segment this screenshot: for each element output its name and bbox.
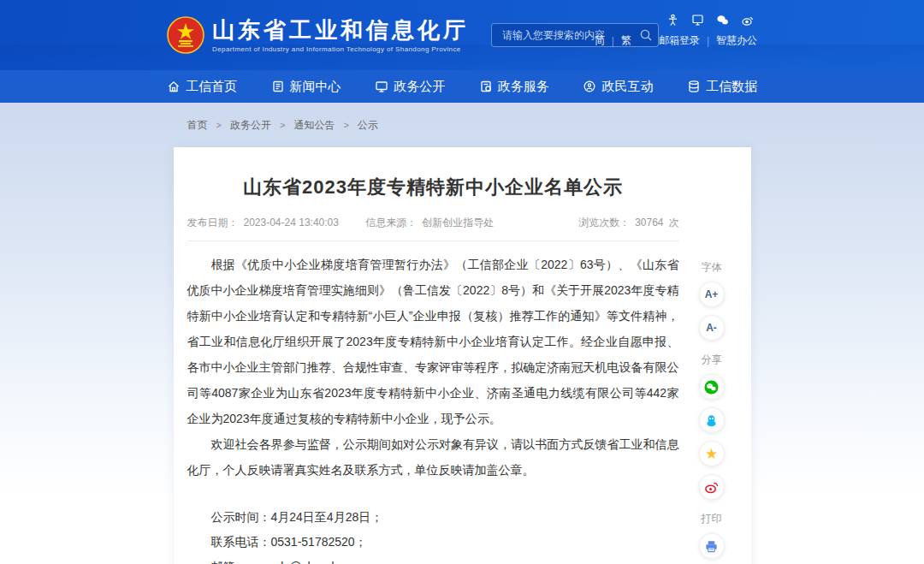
nav-item-data[interactable]: 工信数据 xyxy=(687,79,757,95)
font-increase-button[interactable]: A+ xyxy=(699,282,725,307)
national-emblem-logo xyxy=(167,16,204,54)
weibo-icon[interactable] xyxy=(741,14,754,27)
paragraph: 根据《优质中小企业梯度培育管理暂行办法》（工信部企业〔2022〕63号）、《山东… xyxy=(187,252,679,431)
font-size-label: 字体 xyxy=(695,260,729,275)
database-icon xyxy=(687,80,701,93)
breadcrumb-gov-open[interactable]: 政务公开 xyxy=(230,118,271,133)
site-subtitle: Department of Industry and Information T… xyxy=(212,45,469,53)
side-toolbar: 字体 A+ A- 分享 xyxy=(695,260,729,564)
font-decrease-button[interactable]: A- xyxy=(699,315,725,341)
breadcrumb-home[interactable]: 首页 xyxy=(187,118,208,133)
share-wechat-button[interactable] xyxy=(699,374,725,400)
publicity-period: 公示时间：4月24日至4月28日； xyxy=(187,505,679,530)
nav-item-home[interactable]: 工信首页 xyxy=(167,79,237,95)
qq-share-icon xyxy=(704,413,719,428)
contact-block: 公示时间：4月24日至4月28日； 联系电话：0531-51782520； 邮箱… xyxy=(187,505,679,564)
qzone-star-icon: ★ xyxy=(705,447,718,461)
wechat-icon[interactable] xyxy=(716,14,729,27)
print-label: 打印 xyxy=(695,512,729,526)
page: 山东省工业和信息化厅 Department of Industry and In… xyxy=(0,0,924,564)
article-body: 根据《优质中小企业梯度培育管理暂行办法》（工信部企业〔2022〕63号）、《山东… xyxy=(187,252,679,483)
site-title: 山东省工业和信息化厅 xyxy=(212,17,469,43)
accessibility-icon[interactable] xyxy=(666,14,679,27)
mail-login-link[interactable]: 邮箱登录 xyxy=(659,33,700,48)
news-icon xyxy=(271,80,285,93)
contact-email: 邮箱：cxcyzdc@shandong.cn。 xyxy=(187,555,679,564)
wechat-share-icon xyxy=(704,380,719,395)
site-brand[interactable]: 山东省工业和信息化厅 Department of Industry and In… xyxy=(167,16,469,54)
nav-item-gov-service[interactable]: 政务服务 xyxy=(479,79,549,95)
paragraph: 欢迎社会各界参与监督，公示期间如对公示对象有异议，请以书面方式反馈省工业和信息化… xyxy=(187,431,679,483)
share-weibo-button[interactable] xyxy=(699,474,725,500)
lang-simplified-link[interactable]: 简 xyxy=(595,33,605,48)
interaction-icon xyxy=(583,80,596,93)
header-quick-links: 简 | 繁 邮箱登录 | 智慧办公 xyxy=(595,33,757,48)
nav-label: 工信数据 xyxy=(706,79,757,95)
nav-item-gov-open[interactable]: 政务公开 xyxy=(375,79,445,95)
weibo-share-icon xyxy=(704,480,719,495)
mobile-icon[interactable] xyxy=(691,14,704,27)
site-header: 山东省工业和信息化厅 Department of Industry and In… xyxy=(0,0,924,70)
article-title: 山东省2023年度专精特新中小企业名单公示 xyxy=(187,175,679,200)
printer-icon xyxy=(704,539,719,554)
link-separator: | xyxy=(707,35,709,47)
lang-traditional-link[interactable]: 繁 xyxy=(621,33,631,48)
nav-label: 工信首页 xyxy=(186,79,237,95)
nav-label: 政民互动 xyxy=(601,79,653,95)
header-utility-icons xyxy=(595,14,757,27)
smart-office-link[interactable]: 智慧办公 xyxy=(716,33,757,48)
article-meta: 发布日期：2023-04-24 13:40:03 信息来源：创新创业指导处 浏览… xyxy=(187,216,679,241)
link-separator: | xyxy=(612,35,614,47)
breadcrumb: 首页 > 政务公开 > 通知公告 > 公示 xyxy=(174,103,751,147)
view-count: 浏览次数：30764次 xyxy=(573,216,678,230)
main-nav: 工信首页 新闻中心 政务公开 政务服务 xyxy=(0,70,924,103)
nav-item-interaction[interactable]: 政民互动 xyxy=(583,79,653,95)
article-card: 山东省2023年度专精特新中小企业名单公示 发布日期：2023-04-24 13… xyxy=(174,147,751,564)
breadcrumb-current: 公示 xyxy=(358,118,378,133)
home-icon xyxy=(167,80,181,93)
nav-item-news[interactable]: 新闻中心 xyxy=(271,79,341,95)
monitor-icon xyxy=(375,80,388,93)
contact-phone: 联系电话：0531-51782520； xyxy=(187,530,679,555)
service-doc-icon xyxy=(479,80,493,93)
publish-date: 发布日期：2023-04-24 13:40:03 xyxy=(187,217,344,229)
page-background: 首页 > 政务公开 > 通知公告 > 公示 山东省2023年度专精特新中小企业名… xyxy=(0,103,924,564)
print-button[interactable] xyxy=(699,533,725,559)
share-qzone-button[interactable]: ★ xyxy=(699,441,725,466)
nav-label: 新闻中心 xyxy=(290,79,341,95)
share-qq-button[interactable] xyxy=(699,407,725,433)
breadcrumb-separator: > xyxy=(343,120,348,130)
nav-label: 政务服务 xyxy=(498,79,549,95)
share-label: 分享 xyxy=(695,353,729,367)
nav-label: 政务公开 xyxy=(394,79,445,95)
info-source: 信息来源：创新创业指导处 xyxy=(365,217,499,229)
breadcrumb-separator: > xyxy=(216,120,222,130)
breadcrumb-notices[interactable]: 通知公告 xyxy=(293,118,335,133)
breadcrumb-separator: > xyxy=(280,120,285,130)
